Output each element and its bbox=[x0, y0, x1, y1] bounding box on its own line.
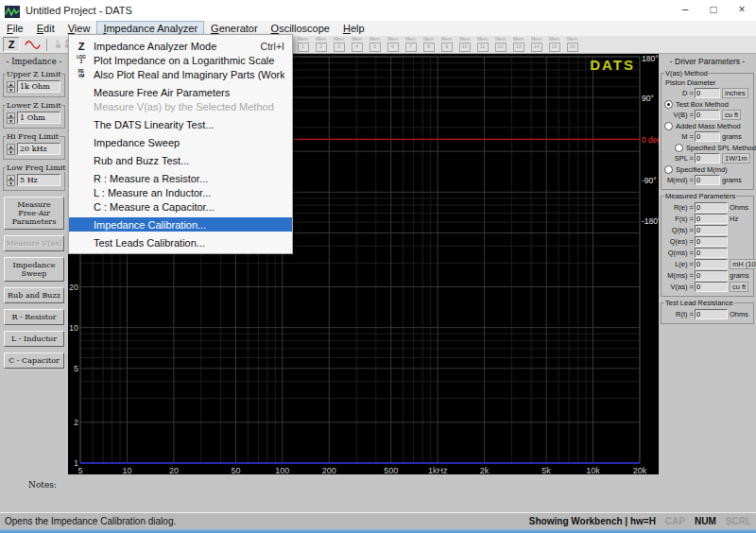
mem-button-3[interactable]: Mem3 bbox=[331, 37, 347, 52]
mem-button-1[interactable]: Mem1 bbox=[295, 37, 311, 52]
menu-item-plot-impedance-on-a-logarithmic-scale[interactable]: LOG ZPlot Impedance on a Logarithmic Sca… bbox=[69, 53, 292, 67]
radio-specified-spl-method[interactable]: Specified SPL Method bbox=[673, 144, 752, 152]
radio-test-box-method[interactable]: Test Box Method bbox=[662, 100, 752, 109]
field-q-ts: Q(ts) = bbox=[662, 225, 752, 235]
minimize-button[interactable]: – bbox=[671, 0, 699, 21]
limit-input-hi-freq-limit[interactable] bbox=[17, 143, 60, 155]
menu-item-label: Impedance Analyzer Mode bbox=[94, 41, 261, 52]
radio-button[interactable] bbox=[664, 100, 673, 109]
mem-button-16[interactable]: Mem16 bbox=[564, 37, 580, 52]
spinner-buttons[interactable]: ▲▼ bbox=[7, 175, 15, 186]
field-d: D =inches bbox=[662, 88, 752, 98]
mem-button-12[interactable]: Mem12 bbox=[492, 37, 508, 52]
log-scale-icon: LOG Z bbox=[69, 56, 94, 64]
button-measure-free-air-parameters[interactable]: Measure Free-Air Parameters bbox=[4, 197, 64, 230]
field-input-spl[interactable] bbox=[695, 153, 720, 163]
button-measure-v-as: Measure V(as) bbox=[4, 235, 64, 251]
field-input-q-ts[interactable] bbox=[695, 225, 728, 235]
field-r-e: R(e) =Ohms bbox=[662, 202, 752, 213]
maximize-button[interactable]: □ bbox=[699, 0, 728, 21]
field-input-m-md[interactable] bbox=[695, 175, 720, 185]
menu-item-test-leads-calibration[interactable]: Test Leads Calibration... bbox=[69, 235, 292, 249]
mem-button-5[interactable]: Mem5 bbox=[367, 37, 383, 52]
button-c-capacitor[interactable]: C - Capacitor bbox=[4, 352, 64, 369]
menu-item-label: Rub and Buzz Test... bbox=[94, 155, 284, 166]
field-input-l-e[interactable] bbox=[695, 259, 728, 269]
group-label: Test Lead Resistance bbox=[664, 299, 734, 307]
spinner-buttons[interactable]: ▲▼ bbox=[7, 81, 15, 93]
field-label: Q(es) = bbox=[662, 237, 695, 246]
section-label-piston-diameter: Piston Diameter bbox=[665, 78, 752, 87]
field-input-v-b[interactable] bbox=[695, 110, 720, 120]
close-button[interactable]: × bbox=[728, 0, 756, 21]
mem-button-number: 9 bbox=[441, 43, 453, 52]
left-input-icon[interactable]: L IN bbox=[56, 40, 60, 49]
field-input-d[interactable] bbox=[695, 88, 720, 98]
limit-input-low-freq-limit[interactable] bbox=[17, 174, 60, 186]
menu-item-rub-and-buzz-test[interactable]: Rub and Buzz Test... bbox=[69, 153, 292, 167]
menu-item-l-measure-an-inductor[interactable]: L : Measure an Inductor... bbox=[69, 185, 292, 199]
button-impedance-sweep[interactable]: Impedance Sweep bbox=[4, 257, 64, 282]
radio-added-mass-method[interactable]: Added Mass Method bbox=[662, 122, 752, 130]
field-input-m-ms[interactable] bbox=[695, 270, 728, 281]
menu-item-measure-free-air-parameters[interactable]: Measure Free Air Parameters bbox=[69, 85, 292, 99]
mem-button-15[interactable]: Mem15 bbox=[546, 37, 562, 52]
field-input-q-es[interactable] bbox=[695, 236, 728, 247]
menu-item-the-dats-linearity-test[interactable]: The DATS Linearity Test... bbox=[69, 117, 292, 131]
limit-group-low-freq-limit: Low Freq Limit▲▼ bbox=[3, 167, 65, 191]
mem-button-number: 11 bbox=[477, 43, 489, 52]
sine-generator-icon[interactable] bbox=[23, 37, 43, 52]
mem-button-2[interactable]: Mem2 bbox=[313, 37, 329, 52]
spinner-buttons[interactable]: ▲▼ bbox=[7, 112, 15, 124]
mem-button-9[interactable]: Mem9 bbox=[438, 37, 455, 52]
field-input-r-t[interactable] bbox=[695, 309, 728, 319]
menu-item-impedance-sweep[interactable]: Impedance Sweep bbox=[69, 135, 292, 149]
field-input-v-as[interactable] bbox=[695, 282, 728, 292]
menu-item-also-plot-real-and-imaginary-parts-workbench-only[interactable]: RE /IMAlso Plot Real and Imaginary Parts… bbox=[69, 67, 292, 81]
mem-button-13[interactable]: Mem13 bbox=[510, 37, 526, 52]
mem-button-14[interactable]: Mem14 bbox=[528, 37, 544, 52]
unit-label: 1W/1m bbox=[722, 153, 750, 163]
button-r-resistor[interactable]: R - Resistor bbox=[4, 309, 64, 325]
menu-help[interactable]: Help bbox=[336, 21, 371, 36]
mem-button-11[interactable]: Mem11 bbox=[474, 37, 490, 52]
button-rub-and-buzz[interactable]: Rub and Buzz bbox=[4, 287, 64, 303]
menu-file[interactable]: File bbox=[0, 21, 30, 36]
menu-item-c-measure-a-capacitor[interactable]: C : Measure a Capacitor... bbox=[69, 199, 292, 214]
menu-edit[interactable]: Edit bbox=[30, 21, 61, 36]
menu-item-r-measure-a-resistor[interactable]: R : Measure a Resistor... bbox=[69, 171, 292, 185]
button-l-inductor[interactable]: L - Inductor bbox=[4, 331, 64, 347]
limit-input-upper-z-limit[interactable] bbox=[17, 80, 60, 93]
radio-specified-m-md[interactable]: Specified M(md) bbox=[662, 165, 752, 174]
radio-button[interactable] bbox=[675, 144, 683, 152]
mem-button-6[interactable]: Mem6 bbox=[385, 37, 401, 52]
menu-item-label: R : Measure a Resistor... bbox=[94, 173, 284, 184]
mem-button-label: Mem bbox=[459, 37, 470, 42]
keyboard-indicators: CAPNUMSCRL bbox=[656, 516, 751, 526]
impedance-mode-button[interactable]: Z bbox=[3, 37, 20, 52]
field-input-m[interactable] bbox=[695, 131, 720, 142]
menu-item-impedance-calibration[interactable]: Impedance Calibration... bbox=[69, 217, 292, 232]
field-input-q-ms[interactable] bbox=[695, 248, 728, 258]
mem-button-label: Mem bbox=[423, 37, 434, 42]
mem-button-4[interactable]: Mem4 bbox=[349, 37, 365, 52]
svg-text:1: 1 bbox=[74, 458, 78, 468]
mem-button-7[interactable]: Mem7 bbox=[403, 37, 419, 52]
radio-button[interactable] bbox=[664, 122, 673, 130]
field-input-r-e[interactable] bbox=[695, 202, 728, 213]
limit-group-label: Lower Z Limit bbox=[6, 101, 61, 110]
spinner-buttons[interactable]: ▲▼ bbox=[7, 144, 15, 155]
field-l-e: L(e) =mH (10k) bbox=[662, 259, 752, 269]
impedance-panel-header: - Impedance - bbox=[0, 54, 68, 66]
field-input-f-s[interactable] bbox=[695, 214, 728, 224]
notes-area[interactable]: Notes: bbox=[0, 474, 756, 512]
mem-button-10[interactable]: Mem10 bbox=[456, 37, 472, 52]
menu-item-impedance-analyzer-mode[interactable]: ZImpedance Analyzer ModeCtrl+I bbox=[69, 39, 292, 53]
mem-button-8[interactable]: Mem8 bbox=[421, 37, 437, 52]
svg-text:10: 10 bbox=[122, 466, 131, 474]
unit-label: Ohms bbox=[728, 203, 748, 212]
radio-button[interactable] bbox=[664, 165, 673, 174]
field-label: F(s) = bbox=[662, 215, 695, 223]
memory-button-strip: Mem1Mem2Mem3Mem4Mem5Mem6Mem7Mem8Mem9Mem1… bbox=[295, 37, 582, 52]
limit-input-lower-z-limit[interactable] bbox=[17, 112, 60, 124]
